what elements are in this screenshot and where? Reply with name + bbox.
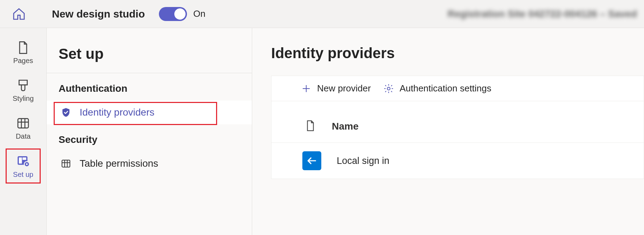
- sidebar-group-security: Security: [47, 124, 252, 152]
- rail-item-data[interactable]: Data: [6, 111, 41, 146]
- new-provider-button[interactable]: New provider: [300, 83, 371, 94]
- design-studio-toggle-group: On: [159, 7, 206, 21]
- file-icon: [304, 119, 316, 134]
- rail-item-styling[interactable]: Styling: [6, 73, 41, 108]
- rail-label: Set up: [13, 171, 33, 179]
- local-signin-icon: [302, 151, 321, 170]
- sidebar-group-authentication: Authentication: [47, 73, 252, 101]
- table-header: Name: [271, 101, 644, 143]
- setup-icon: [16, 154, 31, 168]
- cmd-label: Authentication settings: [400, 83, 491, 94]
- svg-rect-6: [22, 157, 26, 160]
- column-header-name[interactable]: Name: [332, 121, 358, 132]
- rail-item-setup[interactable]: Set up: [6, 148, 41, 184]
- page-title: Identity providers: [271, 45, 644, 62]
- svg-rect-5: [19, 157, 22, 164]
- table-icon: [16, 116, 30, 130]
- sidebar-item-table-permissions[interactable]: Table permissions: [47, 152, 252, 175]
- header-title: New design studio: [52, 8, 145, 20]
- shield-check-icon: [60, 107, 72, 118]
- sidebar-item-identity-providers[interactable]: Identity providers: [47, 101, 252, 124]
- main-content: Identity providers New provider: [252, 28, 644, 235]
- svg-point-8: [26, 163, 28, 165]
- sidebar-item-label: Identity providers: [80, 107, 154, 118]
- row-name: Local sign in: [337, 155, 389, 166]
- cmd-label: New provider: [317, 83, 371, 94]
- svg-rect-9: [62, 160, 70, 167]
- rail-label: Styling: [13, 95, 34, 103]
- sidebar-title: Set up: [47, 42, 252, 73]
- toggle-state-label: On: [193, 8, 206, 19]
- command-bar: New provider Authentication settings: [271, 76, 644, 101]
- home-icon[interactable]: [11, 6, 27, 22]
- toggle-knob: [174, 8, 186, 20]
- table-row[interactable]: Local sign in: [271, 143, 644, 179]
- brush-icon: [16, 78, 30, 92]
- rail-label: Pages: [13, 57, 33, 65]
- gear-icon: [383, 83, 395, 94]
- sidebar-item-label: Table permissions: [80, 158, 158, 169]
- page-icon: [16, 41, 30, 55]
- svg-point-15: [387, 87, 390, 90]
- design-studio-toggle[interactable]: [159, 7, 187, 21]
- providers-panel: New provider Authentication settings: [271, 76, 644, 179]
- table-icon: [60, 158, 72, 169]
- rail-label: Data: [16, 132, 31, 140]
- document-title: Registration Site 042722-004126 – Saved: [448, 8, 637, 20]
- svg-rect-0: [18, 118, 28, 128]
- setup-sidebar: Set up Authentication Identity providers…: [47, 28, 252, 235]
- app-header: New design studio On Registration Site 0…: [0, 0, 644, 28]
- authentication-settings-button[interactable]: Authentication settings: [383, 83, 491, 94]
- plus-icon: [300, 83, 312, 94]
- nav-rail: Pages Styling Data Set up: [0, 28, 47, 235]
- rail-item-pages[interactable]: Pages: [6, 35, 41, 70]
